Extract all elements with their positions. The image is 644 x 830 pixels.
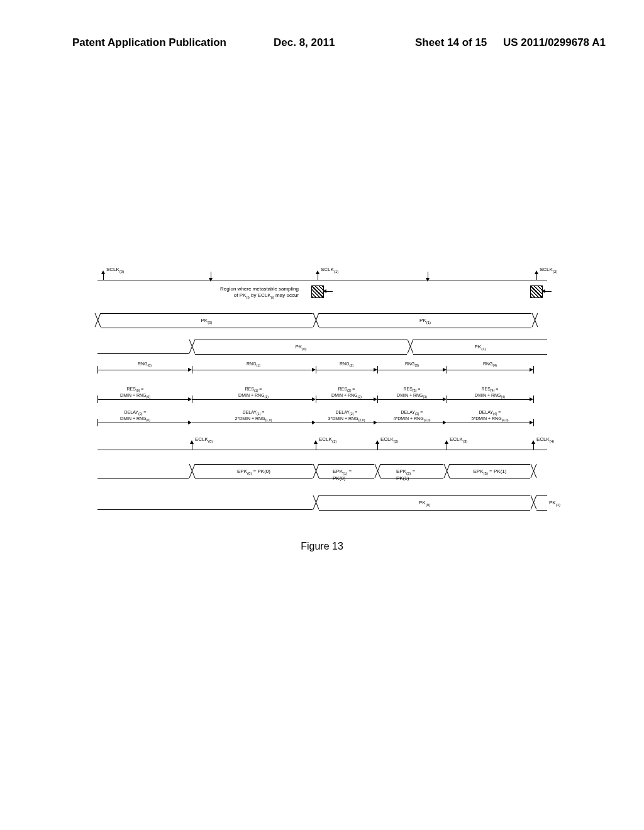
res3-label: RES(3) =DMIN + RNG(3) <box>397 387 427 399</box>
rng4-label: RNG(4) <box>483 362 497 368</box>
epk3-label: EPK(3) = PK(1) <box>474 468 507 475</box>
epk0-label: EPK(0) = PK(0) <box>237 468 270 475</box>
pk-delayed-row: PK(0) PK(1) <box>97 340 547 353</box>
eclk2-label: ECLK(2) <box>380 436 398 443</box>
eclk1-label: ECLK(1) <box>319 436 336 443</box>
delay0-label: DELAY(0) =DMIN + RNG(0) <box>120 410 150 423</box>
eclk1-edge <box>316 441 316 450</box>
pk-source-row: PK(0) PK(1) <box>97 313 547 327</box>
res0-label: RES(0) =DMIN + RNG(0) <box>120 387 150 399</box>
eclk0-label: ECLK(0) <box>195 436 213 443</box>
pk0-label: PK(0) <box>201 318 212 324</box>
res2-label: RES(2) =DMIN + RNG(2) <box>331 387 362 399</box>
sclk1-edge <box>318 272 318 280</box>
epk1-label: EPK(1) = PK(0) <box>333 468 360 481</box>
sclk2-edge <box>536 272 537 280</box>
epk-row: EPK(0) = PK(0) EPK(1) = PK(0) EPK(2) = P… <box>97 464 547 478</box>
pk1-delayed-label: PK(1) <box>474 344 486 351</box>
pk0-delayed-cell: PK(0) <box>195 340 407 355</box>
epk0-cell: EPK(0) = PK(0) <box>195 464 313 479</box>
pk0-out-cell: PK(0) <box>319 495 530 511</box>
delay2-label: DELAY(2) =3*DMIN + RNG(2,0) <box>328 410 365 423</box>
pk1-cell: PK(1) <box>319 313 531 328</box>
pk0-out-label: PK(0) <box>419 500 430 507</box>
metastable-arrow2 <box>543 291 552 292</box>
metastable-region-icon2 <box>530 285 543 298</box>
sclk0-edge <box>103 272 104 280</box>
sclk-falling2 <box>428 272 428 280</box>
res-row: RES(0) =DMIN + RNG(0) RES(1) =DMIN + RNG… <box>97 393 547 406</box>
sclk1-label: SCLK(1) <box>321 267 338 274</box>
rng0-label: RNG(0) <box>138 362 152 368</box>
pk1-out-cell: PK(1) <box>536 495 547 511</box>
eclk4-edge <box>533 441 534 450</box>
sclk-falling <box>211 272 211 280</box>
eclk3-label: ECLK(3) <box>450 436 467 443</box>
header-pubno: US 2011/0299678 A1 <box>503 36 606 49</box>
pk0-cell: PK(0) <box>101 313 313 328</box>
figure-caption: Figure 13 <box>301 541 343 552</box>
epk2-cell: EPK(2) = PK(1) <box>380 464 443 479</box>
pk1-delayed-cell: PK(1) <box>413 340 547 355</box>
metastable-arrow <box>324 291 333 292</box>
sclk0-label: SCLK(0) <box>106 267 124 274</box>
rng2-label: RNG(2) <box>340 362 353 368</box>
eclk-row: ECLK(0) ECLK(1) ECLK(2) ECLK(3) ECLK(4) <box>97 439 547 450</box>
delay-row: DELAY(0) =DMIN + RNG(0) DELAY(1) =2*DMIN… <box>97 416 547 429</box>
pk0-delayed-label: PK(0) <box>295 344 306 351</box>
epk3-cell: EPK(3) = PK(1) <box>450 464 530 479</box>
header-sheet: Sheet 14 of 15 <box>415 36 487 49</box>
header-left: Patent Application Publication <box>72 36 226 49</box>
pk-output-row: PK(0) PK(1) <box>97 495 547 509</box>
pk1-out-label: PK(1) <box>549 500 560 507</box>
eclk0-edge <box>192 441 192 450</box>
epk2-label: EPK(2) = PK(1) <box>396 468 428 481</box>
metastable-label: Region where metastable samplingof PK(i)… <box>173 286 299 299</box>
res4-label: RES(4) =DMIN + RNG(4) <box>475 387 505 399</box>
res1-label: RES(1) =DMIN + RNG(1) <box>238 387 269 399</box>
eclk2-edge <box>377 441 378 450</box>
rng3-label: RNG(3) <box>405 362 419 368</box>
eclk4-label: ECLK(4) <box>536 436 554 443</box>
epk1-cell: EPK(1) = PK(0) <box>319 464 374 479</box>
rng1-label: RNG(1) <box>247 362 260 368</box>
delay3-label: DELAY(3) =4*DMIN + RNG(3,0) <box>394 410 431 423</box>
pk1-label: PK(1) <box>419 318 431 324</box>
delay1-label: DELAY(1) =2*DMIN + RNG(1,0) <box>235 410 272 423</box>
metastable-region-icon <box>311 285 324 298</box>
rng-row: RNG(0) RNG(1) RNG(2) RNG(3) RNG(4) <box>97 363 547 376</box>
header-date: Dec. 8, 2011 <box>274 36 335 49</box>
sclk-row: SCLK(0) SCLK(1) SCLK(2) <box>97 269 547 280</box>
delay4-label: DELAY(4) =5*DMIN + RNG(4,0) <box>472 410 509 423</box>
sclk2-label: SCLK(2) <box>540 267 557 274</box>
eclk3-edge <box>447 441 447 450</box>
